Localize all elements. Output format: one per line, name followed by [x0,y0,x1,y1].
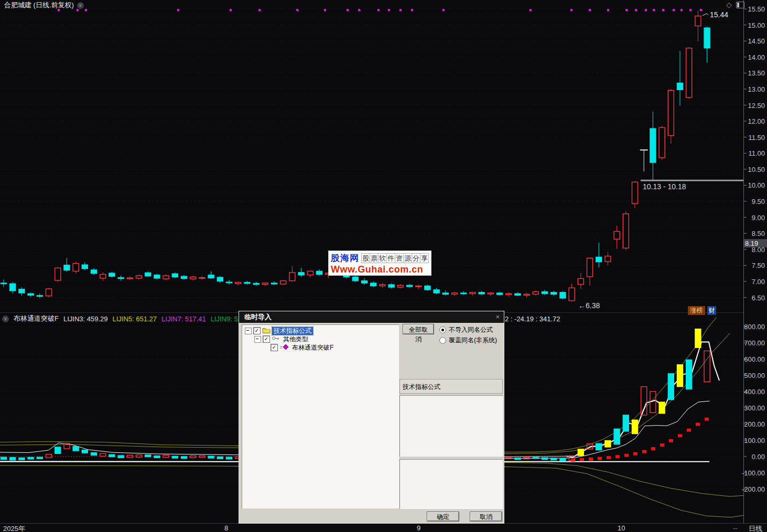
diamond-icon[interactable]: ◇ [726,1,732,8]
signal-dots [58,9,702,11]
tree-label-other-type[interactable]: 其他类型 [282,335,310,343]
svg-text:8.19: 8.19 [745,240,758,247]
svg-text:100.00: 100.00 [744,437,765,444]
svg-text:700.00: 700.00 [744,339,765,347]
trading-app-window: 15.5015.0014.5014.0013.5013.0012.5012.00… [0,0,767,532]
svg-text:12.50: 12.50 [748,102,765,110]
svg-text:12.00: 12.00 [748,117,765,125]
timeline-month-9: 9 [417,524,420,532]
svg-text:200.00: 200.00 [744,420,765,428]
svg-text:11.00: 11.00 [748,149,765,157]
svg-text:8.50: 8.50 [752,230,765,237]
svg-text:13.50: 13.50 [748,69,765,77]
watermark-tagline-char: 资 [395,253,404,263]
svg-text:9.50: 9.50 [752,198,765,205]
svg-text:10.13 - 10.18: 10.13 - 10.18 [643,182,686,191]
radio-overwrite-label: 覆盖同名(非系统) [449,336,497,345]
radio-skip-label: 不导入同名公式 [449,325,493,334]
svg-text:300.00: 300.00 [744,404,765,412]
chevron-down-icon[interactable]: ∨ [77,2,84,9]
rank-board-tag[interactable]: 涨榜 [688,306,705,315]
tree-label-formula[interactable]: 布林通道突破F [290,344,335,352]
dialog-title: 临时导入 [244,313,272,321]
timeline-axis[interactable]: 2025年 8 9 10 -- 日线 [0,523,767,532]
close-icon[interactable]: × [495,311,500,323]
formula-description-panel [399,395,503,457]
top-right-toolbar: ◇ [726,1,744,8]
watermark-tagline-char: 分 [412,253,420,263]
tree-collapse-icon[interactable] [245,328,252,334]
watermark-url: Www.Guhai.com.cn [331,264,429,275]
timeline-year: 2025年 [3,524,25,532]
folder-icon [262,327,271,335]
radio-selected-icon[interactable] [439,327,446,333]
watermark-tagline: 股票软件资源分享 [362,253,429,263]
formula-tree-panel: ✓ 技术指标公式 ✓ 其他类型 ✓ 布林通道突破F [242,324,399,508]
watermark-tagline-char: 票 [370,253,379,263]
tree-collapse-icon[interactable] [254,336,261,343]
indicator-value: LIJIN7: 517.41 [161,315,206,323]
tree-item-formula[interactable]: ✓ 布林通道突破F [271,343,335,352]
cancel-button[interactable]: 取消 [470,512,502,522]
finance-tag[interactable]: 财 [707,306,716,315]
svg-text:14.50: 14.50 [748,37,765,45]
indicator-value: LIJIN3: 459.29 [63,315,108,323]
svg-text:0.00: 0.00 [752,453,765,461]
svg-text:11.50: 11.50 [748,134,765,142]
checkbox-checked-icon[interactable]: ✓ [253,327,261,334]
svg-text:6.50: 6.50 [752,294,765,302]
cancel-all-button[interactable]: 全部取消 [403,324,434,334]
svg-text:13.00: 13.00 [748,85,765,93]
watermark-site-name: 股海网 [331,252,359,264]
formula-notes-panel [399,459,503,509]
svg-text:-200.00: -200.00 [742,485,765,493]
timeline-dashes: -- [733,524,738,532]
svg-text:600.00: 600.00 [744,355,765,363]
svg-text:10.50: 10.50 [748,166,765,173]
indicator-extra-values: 2 : -24.19 : 341.72 [505,315,560,323]
chart-annotations: 15.4410.13 - 10.18←6.38 [578,10,743,310]
dialog-title-bar[interactable]: 临时导入 × [239,311,504,323]
checkbox-checked-icon[interactable]: ✓ [263,335,270,343]
section-label: 技术指标公式 [403,383,440,390]
svg-text:15.00: 15.00 [748,21,765,29]
timeline-month-8: 8 [224,524,228,532]
indicator-value: LIJIN5: 651.27 [113,315,157,323]
svg-text:7.00: 7.00 [752,278,765,286]
svg-text:14.00: 14.00 [748,53,765,61]
watermark-tagline-char: 软 [378,253,387,263]
chevron-down-icon[interactable]: ∨ [2,316,9,322]
white-step [503,401,709,458]
watermark: 股海网 股票软件资源分享 Www.Guhai.com.cn [328,251,431,276]
svg-text:9.00: 9.00 [752,214,765,222]
svg-text:-100.00: -100.00 [742,469,765,477]
checkbox-checked-icon[interactable]: ✓ [271,344,278,351]
svg-text:7.50: 7.50 [752,262,765,269]
svg-text:←6.38: ←6.38 [578,301,600,310]
ok-button[interactable]: 确定 [427,512,459,522]
indicator-name[interactable]: 布林通道突破F [14,314,59,323]
svg-text:400.00: 400.00 [744,388,765,396]
formula-diamond-icon [279,344,289,352]
svg-text:800.00: 800.00 [744,323,765,331]
svg-text:10.00: 10.00 [748,181,765,189]
radio-skip-duplicates[interactable]: 不导入同名公式 [439,325,493,334]
svg-text:15.44: 15.44 [710,10,728,19]
tree-item-formula-root[interactable]: ✓ 技术指标公式 [245,327,313,335]
period-label[interactable]: 日线 [749,524,762,532]
watermark-tagline-char: 股 [361,253,370,263]
key-icon [272,335,280,343]
radio-overwrite-duplicates[interactable]: 覆盖同名(非系统) [439,336,497,345]
tree-label-root[interactable]: 技术指标公式 [272,327,313,335]
watermark-tagline-char: 件 [386,253,395,263]
watermark-tagline-char: 享 [420,253,429,263]
split-panel-icon[interactable] [736,2,744,8]
radio-unselected-icon[interactable] [439,337,446,344]
timeline-month-10: 10 [618,524,625,532]
stock-title: 合肥城建 (日线.前复权) [4,1,74,10]
watermark-tagline-char: 源 [403,253,412,263]
indicator-header: ∨ 布林通道突破F LIJIN3: 459.29LIJIN5: 651.27LI… [2,314,270,323]
svg-text:500.00: 500.00 [744,372,765,379]
section-label-box: 技术指标公式 [399,379,503,394]
tree-item-other-type[interactable]: ✓ 其他类型 [254,335,310,343]
